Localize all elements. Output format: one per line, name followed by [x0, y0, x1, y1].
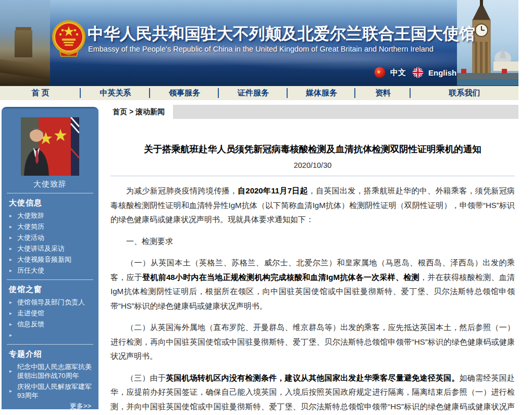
sidebar-section-title[interactable]: 大使信息	[2, 197, 98, 210]
sidebar-item[interactable]: ▸大使致辞	[2, 210, 98, 221]
sidebar-item[interactable]: ▸大使简历	[2, 221, 98, 232]
china-flag-icon	[374, 67, 386, 78]
photo-caption[interactable]: 大使致辞	[2, 179, 98, 189]
text-segment: 登机前48小时内在当地正规检测机构完成核酸和血清IgM抗体各一次采样、检测	[142, 273, 419, 282]
article-paragraph: （三）由于英国机场转机区内没有检测条件，建议从其他国家出发赴华乘客尽量避免途径英…	[110, 371, 515, 415]
main-column: 首页 > 滚动新闻 关于搭乘航班赴华人员须凭新冠病毒核酸检测及血清抗体检测双阴性…	[107, 105, 518, 415]
divider	[110, 176, 515, 176]
arrow-right-icon: ▸	[9, 367, 12, 375]
site-title-chinese: 中华人民共和国驻大不列颠及北爱尔兰联合王国大使馆	[88, 23, 463, 45]
sidebar-divider	[7, 279, 93, 280]
article-date: 2020/10/30	[110, 161, 515, 169]
article-body: 为减少新冠肺炎疫情跨境传播，自2020年11月7日起，自英国出发，搭乘航班赴华的…	[110, 184, 515, 415]
ambassador-photo	[21, 117, 79, 176]
breadcrumb[interactable]: 首页 > 滚动新闻	[107, 105, 173, 119]
text-segment: （三）由于	[126, 373, 166, 382]
sidebar-item[interactable]: ▸纪念中国人民志愿军抗美援朝出国作战70周年	[2, 361, 98, 381]
nav-item-7[interactable]: 联系我们	[411, 86, 518, 100]
big-ben-image	[457, 0, 518, 86]
sidebar-item-label: 使馆领导及部门负责人	[17, 298, 85, 306]
sidebar-item[interactable]: ▸信息反馈	[2, 319, 98, 329]
arrow-right-icon: ▸	[9, 331, 12, 339]
uk-flag-icon	[412, 67, 424, 78]
text-segment: 为减少新冠肺炎疫情跨境传播，	[126, 186, 238, 195]
language-switcher: 中文 English	[374, 67, 456, 78]
arrow-right-icon: ▸	[9, 211, 12, 220]
nav-item-3[interactable]: 领事服务	[150, 86, 219, 100]
sidebar-item[interactable]: ▸庆祝中国人民解放军建军93周年	[2, 381, 98, 401]
sidebar-item-label: 大使活动	[17, 234, 44, 241]
great-wall-image	[0, 0, 50, 86]
sidebar-item[interactable]: ▸走进使馆	[2, 308, 98, 319]
nav-item-5[interactable]: 媒体服务	[288, 86, 355, 100]
site-title-english: Embassy of the People's Republic of Chin…	[88, 45, 463, 53]
sidebar-item-label: 大使致辞	[17, 212, 44, 219]
sidebar-divider	[7, 344, 93, 345]
sidebar-item[interactable]: ▸大使讲话及采访	[2, 243, 98, 254]
more-link[interactable]: 更多>>	[2, 401, 98, 409]
sidebar-item-label: 历任大使	[17, 266, 44, 274]
header-banner: 中华人民共和国驻大不列颠及北爱尔兰联合王国大使馆 Embassy of the …	[0, 0, 518, 86]
arrow-right-icon: ▸	[9, 298, 12, 307]
nav-item-2[interactable]: 中英关系	[81, 86, 150, 100]
nav-item-1[interactable]: 首 页	[0, 86, 81, 100]
article: 关于搭乘航班赴华人员须凭新冠病毒核酸检测及血清抗体检测双阴性证明乘机的通知 20…	[107, 143, 518, 415]
sidebar-item-label: 大使讲话及采访	[17, 245, 65, 252]
arrow-right-icon: ▸	[9, 255, 12, 264]
text-segment: 英国机场转机区内没有检测条件，建议从其他国家出发赴华乘客尽量避免途径英国。	[166, 373, 459, 382]
arrow-right-icon: ▸	[9, 233, 12, 242]
sidebar-item-label: 大使简历	[17, 223, 44, 230]
sidebar-item-label: 信息反馈	[17, 320, 44, 328]
big-ben-illustration	[457, 0, 518, 86]
sidebar-item-label: 纪念中国人民志愿军抗美援朝出国作战70周年	[17, 363, 92, 380]
arrow-right-icon: ▸	[9, 244, 12, 253]
china-national-emblem-icon	[50, 19, 88, 57]
lang-english-label: English	[428, 68, 456, 77]
sidebar-item[interactable]: ▸使馆领导及部门负责人	[2, 297, 98, 308]
arrow-right-icon: ▸	[9, 386, 12, 395]
article-paragraph: 为减少新冠肺炎疫情跨境传播，自2020年11月7日起，自英国出发，搭乘航班赴华的…	[110, 184, 515, 227]
main-navigation: 首 页中英关系领事服务证件服务媒体服务资料联系我们	[0, 86, 518, 100]
arrow-right-icon: ▸	[9, 266, 12, 275]
article-paragraph: （一）从英国本土（英格兰、苏格兰、威尔士、北爱尔兰）和皇家属地（马恩岛、根西岛、…	[110, 255, 515, 313]
sidebar-divider	[7, 193, 93, 193]
sidebar-section-title[interactable]: 专题介绍	[2, 348, 98, 361]
text-segment: 自2020年11月7日起	[238, 186, 308, 195]
sidebar-item[interactable]: ▸大使活动	[2, 232, 98, 243]
breadcrumb-row: 首页 > 滚动新闻	[107, 105, 518, 119]
sidebar-item[interactable]: ▸历任大使	[2, 265, 98, 276]
sidebar: 大使致辞 大使信息▸大使致辞▸大使简历▸大使活动▸大使讲话及采访▸大使视频音频新…	[2, 107, 98, 409]
article-title: 关于搭乘航班赴华人员须凭新冠病毒核酸检测及血清抗体检测双阴性证明乘机的通知	[110, 143, 515, 155]
article-paragraph: 一、检测要求	[110, 234, 515, 249]
nav-item-4[interactable]: 证件服务	[219, 86, 288, 100]
sidebar-item-label: 大使视频音频新闻	[17, 255, 71, 263]
article-paragraph: （二）从英国海外属地（直布罗陀、开曼群岛、维京群岛等）出发的乘客，应先抵达英国本…	[110, 320, 515, 363]
lang-english-link[interactable]: English	[412, 67, 456, 78]
sidebar-item[interactable]: ▸	[2, 329, 98, 340]
arrow-right-icon: ▸	[9, 222, 12, 231]
lang-chinese-label: 中文	[390, 68, 406, 78]
sidebar-item[interactable]: ▸大使视频音频新闻	[2, 254, 98, 265]
lang-chinese-link[interactable]: 中文	[374, 67, 406, 78]
sidebar-section-title[interactable]: 使馆之窗	[2, 283, 98, 297]
sidebar-item-label: 走进使馆	[17, 309, 44, 317]
nav-item-6[interactable]: 资料	[355, 86, 411, 100]
text-segment: （二）从英国海外属地（直布罗陀、开曼群岛、维京群岛等）出发的乘客，应先抵达英国本…	[110, 323, 515, 360]
arrow-right-icon: ▸	[9, 320, 12, 328]
arrow-right-icon: ▸	[9, 309, 12, 318]
text-segment: 一、检测要求	[126, 237, 173, 246]
page: 中华人民共和国驻大不列颠及北爱尔兰联合王国大使馆 Embassy of the …	[0, 0, 518, 415]
breadcrumb-filler	[173, 105, 518, 119]
sidebar-item-label: 庆祝中国人民解放军建军93周年	[17, 383, 92, 399]
